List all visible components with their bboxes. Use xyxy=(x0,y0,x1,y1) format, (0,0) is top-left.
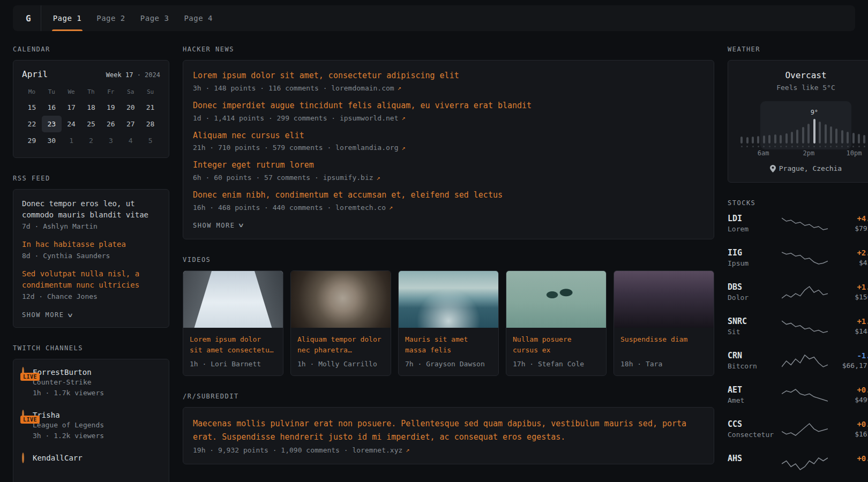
video-card[interactable]: Mauris sit amet massa felis 7h · Grayson… xyxy=(398,270,499,376)
hn-story-meta-text: 1d · 1,414 points · 299 comments · ipsum… xyxy=(193,114,399,122)
tab-page-2[interactable]: Page 2 xyxy=(89,5,133,31)
hn-story-link[interactable]: Donec imperdiet augue tincidunt felis al… xyxy=(193,100,704,112)
hn-story-link[interactable]: Donec enim nibh, condimentum et accumsan… xyxy=(193,190,704,201)
tab-page-3[interactable]: Page 3 xyxy=(133,5,177,31)
calendar-dow: Fr xyxy=(101,85,121,99)
video-meta: 7h · Grayson Dawson xyxy=(405,360,492,368)
stock-values: +0.51% $165.84 xyxy=(830,420,868,439)
video-meta: 1h · Molly Carrillo xyxy=(297,360,384,368)
live-badge: LIVE xyxy=(20,416,40,424)
hn-story-link[interactable]: Integer eget rutrum lorem xyxy=(193,160,704,171)
weather-bar xyxy=(752,137,754,144)
left-column: CALENDAR April Week 17 · 2024 Mo Tu We T… xyxy=(13,46,169,482)
calendar-year: 2024 xyxy=(145,71,160,79)
stock-row[interactable]: AHS +0.46% xyxy=(728,454,868,474)
video-title: Suspendisse diam xyxy=(620,334,707,356)
calendar-day: 29 xyxy=(22,132,42,149)
hn-story-link[interactable]: Aliquam nec cursus elit xyxy=(193,130,704,142)
weather-hour-dot xyxy=(746,146,748,147)
weather-bar xyxy=(785,133,788,144)
stock-sparkline xyxy=(779,320,830,334)
weather-location: Prague, Czechia xyxy=(738,164,868,172)
stock-id: AHS xyxy=(728,454,779,474)
stock-row[interactable]: LDI Lorem +4.35% $795.18 xyxy=(728,214,868,234)
video-body: Mauris sit amet massa felis 7h · Grayson… xyxy=(399,328,498,375)
hn-story-link[interactable]: Lorem ipsum dolor sit amet, consectetur … xyxy=(193,70,704,82)
subreddit-post-link[interactable]: Maecenas mollis pulvinar erat non posuer… xyxy=(193,417,704,444)
video-card[interactable]: Aliquam tempor dolor nec pharetra… 1h · … xyxy=(290,270,391,376)
calendar-header: April Week 17 · 2024 xyxy=(22,69,160,79)
video-card[interactable]: Lorem ipsum dolor sit amet consectetu… 1… xyxy=(183,270,283,376)
stock-change: +0.46% xyxy=(830,454,868,463)
weather-bar xyxy=(746,137,749,144)
twitch-channel-row[interactable]: KendallCarr xyxy=(22,454,160,482)
calendar-day: 5 xyxy=(140,132,160,149)
hn-show-more-button[interactable]: SHOW MORE ∨ xyxy=(193,222,244,229)
video-card[interactable]: Nullam posuere cursus ex 17h · Stefan Co… xyxy=(506,270,607,376)
stock-sparkline xyxy=(779,285,830,299)
stock-row[interactable]: SNRC Sit +1.36% $148.64 xyxy=(728,317,868,337)
calendar-widget: CALENDAR April Week 17 · 2024 Mo Tu We T… xyxy=(13,46,169,158)
rss-item-link[interactable]: Sed volutpat nulla nisl, a condimentum n… xyxy=(22,268,160,291)
show-more-label: SHOW MORE xyxy=(22,311,64,319)
stock-row[interactable]: DBS Dolor +1.42% $156.28 xyxy=(728,282,868,303)
video-thumbnail xyxy=(291,271,391,328)
rss-item-link[interactable]: In hac habitasse platea xyxy=(22,239,160,250)
weather-bar xyxy=(863,135,865,144)
tab-page-1[interactable]: Page 1 xyxy=(46,5,89,31)
tab-page-4[interactable]: Page 4 xyxy=(176,5,220,31)
weather-hour-column xyxy=(750,137,755,147)
hackernews-card: Lorem ipsum dolor sit amet, consectetur … xyxy=(183,60,714,239)
calendar-day: 18 xyxy=(81,99,101,116)
twitch-widget-title: TWITCH CHANNELS xyxy=(13,344,169,352)
hn-story-meta[interactable]: 6h · 60 points · 57 comments · ipsumify.… xyxy=(193,174,704,182)
weather-hour-dot xyxy=(825,146,826,147)
rss-item: Donec tempor eros leo, ut commodo mauris… xyxy=(22,198,160,230)
stock-change: +1.36% xyxy=(830,317,868,326)
stock-name: Bitcorn xyxy=(728,362,779,371)
external-link-icon: ↗ xyxy=(377,174,380,182)
hn-story-meta[interactable]: 16h · 468 points · 440 comments · loremt… xyxy=(193,204,704,212)
stock-row[interactable]: CRN Bitcorn -1.00% $66,171.48 xyxy=(728,351,868,371)
weather-bar xyxy=(740,137,743,144)
calendar-day: 27 xyxy=(121,116,140,132)
hn-story-meta[interactable]: 3h · 148 points · 116 comments · loremdo… xyxy=(193,84,704,92)
weather-bar xyxy=(847,132,849,144)
stock-price xyxy=(830,464,868,473)
video-title: Aliquam tempor dolor nec pharetra… xyxy=(297,334,384,356)
stock-name: Ipsum xyxy=(728,259,779,268)
middle-column: HACKER NEWS Lorem ipsum dolor sit amet, … xyxy=(183,46,714,481)
rss-show-more-button[interactable]: SHOW MORE ∨ xyxy=(22,311,73,319)
video-card[interactable]: Suspendisse diam 18h · Tara xyxy=(613,270,714,376)
weather-bar xyxy=(780,135,782,144)
twitch-channel-info: Trisha League of Legends 3h · 1.2k viewe… xyxy=(33,411,104,441)
twitch-channel-meta: 1h · 1.7k viewers xyxy=(33,389,104,398)
weather-condition: Overcast xyxy=(738,70,868,80)
hn-story-meta[interactable]: 1d · 1,414 points · 299 comments · ipsum… xyxy=(193,114,704,122)
video-meta: 18h · Tara xyxy=(620,360,707,368)
stock-row[interactable]: CCS Consectetur +0.51% $165.84 xyxy=(728,419,868,440)
hn-story-meta[interactable]: 21h · 710 points · 579 comments · loreml… xyxy=(193,144,704,152)
weather-peak-temperature: 9° xyxy=(811,109,818,116)
twitch-card: LIVE ForrestBurton Counter-Strike 1h · 1… xyxy=(13,359,169,482)
twitch-channel-row[interactable]: LIVE ForrestBurton Counter-Strike 1h · 1… xyxy=(22,368,160,398)
twitch-avatar-wrap xyxy=(22,454,24,462)
calendar-day: 2 xyxy=(81,132,101,149)
stock-id: DBS Dolor xyxy=(728,282,779,303)
video-body: Suspendisse diam 18h · Tara xyxy=(614,328,714,375)
rss-item-link[interactable]: Donec tempor eros leo, ut commodo mauris… xyxy=(22,198,160,221)
weather-hour-column xyxy=(800,127,806,147)
weather-hourly-chart: 9°6am2pm10pm xyxy=(738,103,868,157)
calendar-day: 4 xyxy=(121,132,140,149)
calendar-widget-title: CALENDAR xyxy=(13,46,169,53)
hn-story-meta-text: 16h · 468 points · 440 comments · loremt… xyxy=(193,204,386,212)
app-logo[interactable]: G xyxy=(23,5,41,31)
stock-row[interactable]: AET Amet +0.92% $499.72 xyxy=(728,385,868,405)
calendar-dow: Th xyxy=(81,85,101,99)
twitch-channel-row[interactable]: LIVE Trisha League of Legends 3h · 1.2k … xyxy=(22,411,160,441)
stock-row[interactable]: IIG Ipsum +2.84% $42.04 xyxy=(728,248,868,268)
rss-item: Sed volutpat nulla nisl, a condimentum n… xyxy=(22,268,160,300)
calendar-month: April xyxy=(22,69,48,79)
calendar-day-headers: Mo Tu We Th Fr Sa Su xyxy=(22,85,160,99)
subreddit-post-meta[interactable]: 19h · 9,932 points · 1,090 comments · lo… xyxy=(193,446,704,454)
